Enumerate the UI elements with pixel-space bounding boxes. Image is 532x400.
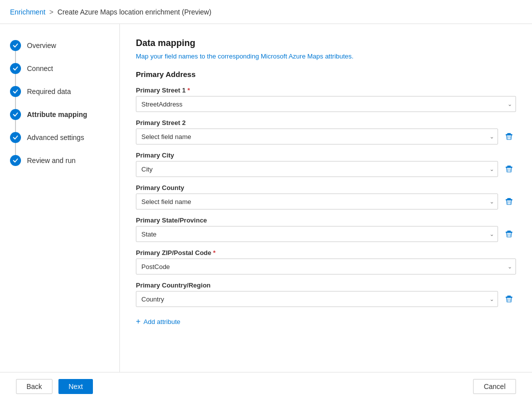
svg-rect-12 <box>506 232 512 232</box>
select-primary-state[interactable]: State <box>136 226 498 242</box>
sidebar-label-required-data: Required data <box>27 88 71 96</box>
field-row-primary-country: Country ⌄ <box>136 291 516 307</box>
field-row-primary-state: State ⌄ <box>136 226 516 242</box>
top-bar: Enrichment > Create Azure Maps location … <box>0 0 532 24</box>
svg-rect-0 <box>506 134 512 135</box>
back-button[interactable]: Back <box>16 379 52 394</box>
sidebar-label-attribute-mapping: Attribute mapping <box>27 110 87 118</box>
field-row-primary-city: City ⌄ <box>136 161 516 177</box>
subsection-title: Primary Address <box>136 70 516 78</box>
sidebar-item-attribute-mapping[interactable]: Attribute mapping <box>0 103 119 126</box>
field-label-primary-city: Primary City <box>136 152 516 159</box>
delete-button-primary-street-2[interactable] <box>502 130 516 144</box>
sidebar-label-overview: Overview <box>27 42 56 50</box>
select-primary-street-1[interactable]: StreetAddress <box>136 96 516 112</box>
svg-rect-17 <box>508 296 511 296</box>
select-wrapper-primary-state: State ⌄ <box>136 226 498 242</box>
select-primary-county[interactable]: Select field name <box>136 194 498 210</box>
check-circle-required-data <box>10 86 21 97</box>
check-circle-overview <box>10 40 21 51</box>
svg-rect-13 <box>508 231 511 232</box>
svg-rect-1 <box>508 134 511 134</box>
check-circle-advanced-settings <box>10 132 21 143</box>
svg-rect-5 <box>508 166 511 166</box>
field-row-primary-street-2: Select field name ⌄ <box>136 128 516 144</box>
delete-button-primary-city[interactable] <box>502 162 516 176</box>
field-group-primary-street-2: Primary Street 2 Select field name ⌄ <box>136 119 516 144</box>
select-primary-street-2[interactable]: Select field name <box>136 128 498 144</box>
select-primary-zip[interactable]: PostCode <box>136 258 516 274</box>
select-wrapper-primary-street-2: Select field name ⌄ <box>136 128 498 144</box>
add-attribute-label: Add attribute <box>143 318 180 326</box>
sidebar-item-required-data[interactable]: Required data <box>0 80 119 103</box>
delete-button-primary-county[interactable] <box>502 194 516 208</box>
field-label-primary-state: Primary State/Province <box>136 216 516 224</box>
cancel-button[interactable]: Cancel <box>473 379 516 394</box>
check-circle-review-and-run <box>10 155 21 166</box>
field-group-primary-street-1: Primary Street 1 * StreetAddress ⌄ <box>136 86 516 112</box>
select-wrapper-primary-zip: PostCode ⌄ <box>136 258 516 274</box>
svg-rect-9 <box>508 198 511 199</box>
section-title: Data mapping <box>136 38 516 48</box>
main-layout: Overview Connect Required data Attribute… <box>0 24 532 372</box>
field-label-primary-country: Primary Country/Region <box>136 282 516 289</box>
select-wrapper-primary-street-1: StreetAddress ⌄ <box>136 96 516 112</box>
field-row-primary-zip: PostCode ⌄ <box>136 258 516 274</box>
field-label-primary-street-1: Primary Street 1 * <box>136 86 516 94</box>
select-wrapper-primary-city: City ⌄ <box>136 161 498 177</box>
delete-button-primary-state[interactable] <box>502 227 516 241</box>
sidebar-item-overview[interactable]: Overview <box>0 34 119 57</box>
select-primary-country[interactable]: Country <box>136 291 498 307</box>
field-group-primary-city: Primary City City ⌄ <box>136 152 516 177</box>
delete-button-primary-country[interactable] <box>502 292 516 306</box>
check-circle-connect <box>10 63 21 74</box>
select-primary-city[interactable]: City <box>136 161 498 177</box>
field-row-primary-street-1: StreetAddress ⌄ <box>136 96 516 112</box>
field-label-primary-zip: Primary ZIP/Postal Code * <box>136 249 516 256</box>
next-button[interactable]: Next <box>58 379 93 394</box>
breadcrumb-parent[interactable]: Enrichment <box>10 8 45 16</box>
footer-bar: Back Next Cancel <box>0 372 532 400</box>
section-description: Map your field names to the correspondin… <box>136 52 516 60</box>
svg-rect-4 <box>506 167 512 168</box>
sidebar-label-connect: Connect <box>27 64 53 72</box>
field-label-primary-county: Primary County <box>136 184 516 192</box>
select-wrapper-primary-country: Country ⌄ <box>136 291 498 307</box>
sidebar-item-connect[interactable]: Connect <box>0 57 119 80</box>
field-label-primary-street-2: Primary Street 2 <box>136 119 516 126</box>
add-attribute-button[interactable]: + Add attribute <box>136 314 180 329</box>
check-circle-attribute-mapping <box>10 109 21 120</box>
field-group-primary-county: Primary County Select field name ⌄ <box>136 184 516 210</box>
footer-left: Back Next <box>16 379 93 394</box>
content-area: Data mapping Map your field names to the… <box>120 24 532 372</box>
sidebar-label-advanced-settings: Advanced settings <box>27 134 84 142</box>
field-group-primary-state: Primary State/Province State ⌄ <box>136 216 516 242</box>
sidebar-item-review-and-run[interactable]: Review and run <box>0 149 119 172</box>
breadcrumb-separator: > <box>49 8 53 16</box>
svg-rect-16 <box>506 297 512 298</box>
field-group-primary-country: Primary Country/Region Country ⌄ <box>136 282 516 307</box>
breadcrumb-current: Create Azure Maps location enrichment (P… <box>57 8 211 16</box>
select-wrapper-primary-county: Select field name ⌄ <box>136 194 498 210</box>
field-row-primary-county: Select field name ⌄ <box>136 194 516 210</box>
sidebar: Overview Connect Required data Attribute… <box>0 24 120 372</box>
sidebar-item-advanced-settings[interactable]: Advanced settings <box>0 126 119 149</box>
svg-rect-8 <box>506 200 512 200</box>
plus-icon: + <box>136 317 140 326</box>
field-group-primary-zip: Primary ZIP/Postal Code * PostCode ⌄ <box>136 249 516 274</box>
sidebar-label-review-and-run: Review and run <box>27 156 75 164</box>
